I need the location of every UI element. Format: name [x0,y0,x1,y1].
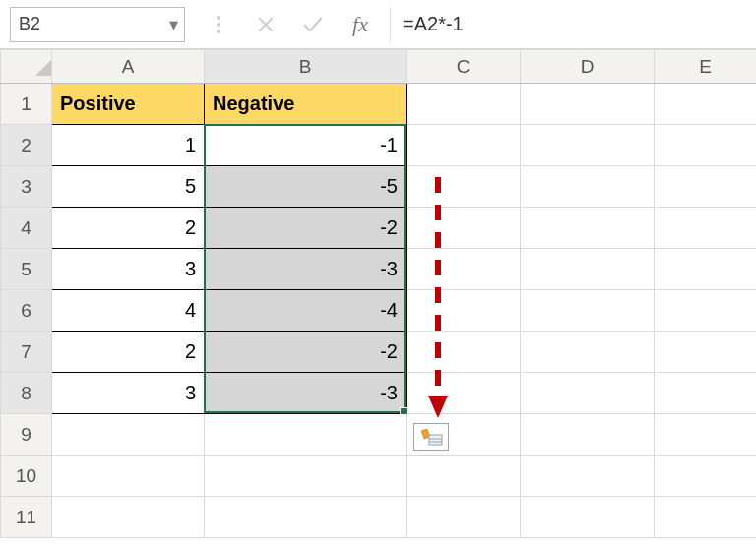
cell-c4[interactable] [407,208,521,249]
cell-a7[interactable]: 2 [52,332,205,373]
cell-e11[interactable] [655,497,757,538]
fx-icon[interactable]: fx [348,13,372,36]
svg-point-2 [217,30,220,33]
cell-d2[interactable] [521,125,655,166]
cell-b1[interactable]: Negative [205,84,407,125]
name-box-value: B2 [19,14,40,34]
cell-e5[interactable] [655,249,757,290]
cell-a2[interactable]: 1 [52,125,205,166]
cell-c7[interactable] [407,332,521,373]
row-header-6[interactable]: 6 [1,290,52,332]
row-header-1[interactable]: 1 [1,84,52,125]
cell-e3[interactable] [655,166,757,208]
select-all-corner[interactable] [1,50,52,84]
cell-d10[interactable] [521,456,655,497]
formula-bar: B2 ▾ fx =A2*-1 [0,0,756,49]
row-header-5[interactable]: 5 [1,249,52,290]
name-box-dropdown-icon[interactable]: ▾ [169,14,178,35]
cell-a11[interactable] [52,497,205,538]
formula-input[interactable]: =A2*-1 [390,7,746,42]
row-header-8[interactable]: 8 [1,373,52,414]
cell-c11[interactable] [407,497,521,538]
cell-e8[interactable] [655,373,757,414]
cell-d11[interactable] [521,497,655,538]
cell-b11[interactable] [205,497,407,538]
col-header-d[interactable]: D [521,50,655,84]
cell-b2[interactable]: -1 [205,125,407,166]
cell-b6[interactable]: -4 [205,290,407,332]
cell-d6[interactable] [521,290,655,332]
cell-a8[interactable]: 3 [52,373,205,414]
formula-bar-controls: fx [197,13,372,36]
cell-d4[interactable] [521,208,655,249]
spreadsheet-grid[interactable]: A B C D E 1 Positive Negative 2 1 -1 [0,49,756,538]
cell-b7[interactable]: -2 [205,332,407,373]
cell-c2[interactable] [407,125,521,166]
row-header-3[interactable]: 3 [1,166,52,208]
cell-e10[interactable] [655,456,757,497]
row-header-7[interactable]: 7 [1,332,52,373]
col-header-e[interactable]: E [655,50,757,84]
col-header-b[interactable]: B [205,50,407,84]
autofill-options-button[interactable] [413,423,449,451]
name-box[interactable]: B2 ▾ [10,7,185,42]
row-header-9[interactable]: 9 [1,414,52,456]
cell-a4[interactable]: 2 [52,208,205,249]
row-header-10[interactable]: 10 [1,456,52,497]
cell-a3[interactable]: 5 [52,166,205,208]
cell-d7[interactable] [521,332,655,373]
cancel-icon[interactable] [254,13,278,36]
cell-a5[interactable]: 3 [52,249,205,290]
cell-b8[interactable]: -3 [205,373,407,414]
cell-e7[interactable] [655,332,757,373]
cell-e1[interactable] [655,84,757,125]
cell-e9[interactable] [655,414,757,456]
cell-c8[interactable] [407,373,521,414]
sheet-table: A B C D E 1 Positive Negative 2 1 -1 [0,49,756,538]
cell-b9[interactable] [205,414,407,456]
cell-b10[interactable] [205,456,407,497]
svg-point-0 [217,16,220,20]
row-header-4[interactable]: 4 [1,208,52,249]
cell-c10[interactable] [407,456,521,497]
cell-d1[interactable] [521,84,655,125]
cell-e4[interactable] [655,208,757,249]
svg-rect-3 [429,435,442,445]
cell-a6[interactable]: 4 [52,290,205,332]
cell-a1[interactable]: Positive [52,84,205,125]
cell-e6[interactable] [655,290,757,332]
cell-b3[interactable]: -5 [205,166,407,208]
fx-label: fx [352,12,368,37]
col-header-c[interactable]: C [407,50,521,84]
cell-c6[interactable] [407,290,521,332]
cell-d3[interactable] [521,166,655,208]
cell-a10[interactable] [52,456,205,497]
formula-text: =A2*-1 [403,13,464,35]
cell-d5[interactable] [521,249,655,290]
row-header-2[interactable]: 2 [1,125,52,166]
row-header-11[interactable]: 11 [1,497,52,538]
col-header-a[interactable]: A [52,50,205,84]
confirm-icon[interactable] [301,13,325,36]
dots-icon [207,13,230,36]
cell-e2[interactable] [655,125,757,166]
cell-a9[interactable] [52,414,205,456]
cell-c5[interactable] [407,249,521,290]
cell-d8[interactable] [521,373,655,414]
cell-b4[interactable]: -2 [205,208,407,249]
svg-point-1 [217,23,220,27]
cell-c3[interactable] [407,166,521,208]
cell-d9[interactable] [521,414,655,456]
cell-c1[interactable] [407,84,521,125]
cell-b5[interactable]: -3 [205,249,407,290]
